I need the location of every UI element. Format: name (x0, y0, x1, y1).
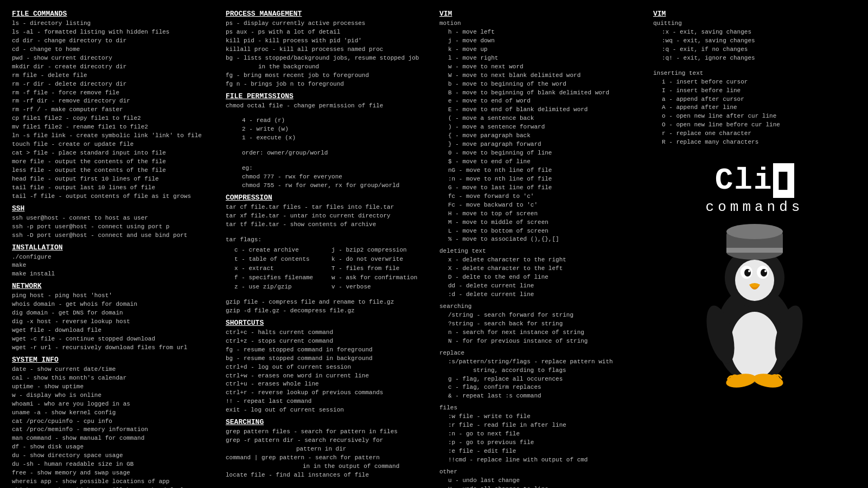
vim-files-section: files :w file - write to file :r file - … (439, 404, 642, 465)
line: U - undo all changes to line (439, 485, 642, 488)
vim-replace-label: replace (439, 349, 642, 358)
vim-motion-label: motion (439, 20, 642, 28)
line: :w file - write to file (439, 413, 642, 421)
line: ssh -D port user@host - connect and use … (12, 232, 215, 240)
line: k - move up (439, 46, 642, 54)
line: j - move down (439, 37, 642, 46)
line: more file - output the contents of the f… (12, 158, 215, 166)
file-permissions-title: FILE PERMISSIONS (226, 92, 429, 100)
line: tar flags: (226, 236, 429, 245)
searching-section: SEARCHING grep pattern files - search fo… (226, 418, 429, 480)
line: mv file1 file2 - rename file1 to file2 (12, 123, 215, 132)
line: cat > file - place standard input into f… (12, 149, 215, 158)
svg-point-8 (748, 270, 750, 272)
line: { - move paragraph back (439, 132, 642, 140)
column-4: VIM quitting :x - exit, saving changes :… (648, 10, 861, 483)
compression-title: COMPRESSION (226, 194, 429, 202)
line: :wq - exit, saving changes (653, 37, 856, 46)
line: ( - move a sentence back (439, 114, 642, 123)
line: fg n - brings job n to foreground (226, 80, 429, 89)
line: gzip file - compress file and rename to … (226, 298, 429, 307)
line: du -sh - human readable size in GB (12, 460, 215, 469)
line: df - show disk usage (12, 443, 215, 452)
line: touch file - create or update file (12, 140, 215, 149)
line: fc - move forward to 'c' (439, 192, 642, 201)
line: x - extract (234, 264, 331, 273)
vim-deleting-label: deleting text (439, 247, 642, 256)
compression-section: COMPRESSION tar cf file.tar files - tar … (226, 194, 429, 316)
line: !!cmd - replace line with output of cmd (439, 456, 642, 465)
line: v - verbose (331, 282, 429, 292)
line: kill pid - kill process with pid 'pid' (226, 37, 429, 46)
line: ssh -p port user@host - connect using po… (12, 223, 215, 232)
line: A - append after line (653, 104, 856, 112)
svg-point-9 (764, 270, 767, 272)
line: a - append after cursor (653, 95, 856, 104)
file-commands-lines: ls - directory listing ls -al - formatte… (12, 20, 215, 201)
line: :x - exit, saving changes (653, 28, 856, 37)
line: cal - show this month's calendar (12, 374, 215, 383)
line: N - for for previous instance of string (439, 337, 642, 346)
line: c - create archive (234, 246, 331, 255)
line: l - move right (439, 54, 642, 63)
line: fg - resume stopped command in foregroun… (226, 346, 429, 355)
line: T - files from file (331, 264, 429, 273)
line: ctrl+u - erases whole line (226, 380, 429, 389)
vim-title-right: VIM (653, 10, 856, 18)
line: less file - output the contents of the f… (12, 166, 215, 175)
process-mgmt-title: PROCESS MANAGEMENT (226, 10, 429, 18)
line: date - show current date/time (12, 365, 215, 374)
line: fg - bring most recent job to foreground (226, 72, 429, 80)
vim-quitting-label: quitting (653, 20, 856, 28)
line: ?string - search back for string (439, 320, 642, 329)
vim-title-left: VIM (439, 10, 642, 18)
line: chmod 755 - rw for owner, rx for group/w… (226, 182, 429, 190)
line: :n - move to nth line of file (439, 175, 642, 184)
line: dd - delete current line (439, 282, 642, 291)
line: Fc - move backward to 'c' (439, 201, 642, 210)
line: in the background (226, 63, 429, 72)
column-1: FILE COMMANDS ls - directory listing ls … (7, 10, 220, 483)
tar-flags-right: j - bzip2 compression k - do not overwri… (331, 246, 429, 292)
line: e - move to end of word (439, 97, 642, 106)
line: tail -f file - output contents of file a… (12, 192, 215, 201)
line: dig domain - get DNS for domain (12, 309, 215, 318)
line: exit - log out of current session (226, 406, 429, 415)
vim-other-section: other u - undo last change U - undo all … (439, 468, 642, 488)
shortcuts-title: SHORTCUTS (226, 319, 429, 327)
line: order: owner/group/world (226, 149, 429, 158)
line: ping host - ping host 'host' (12, 292, 215, 300)
line: mkdir dir - create direcotry dir (12, 63, 215, 72)
line: W - move to next blank delimited word (439, 72, 642, 80)
line: h - move left (439, 28, 642, 37)
line: ssh user@host - connet to host as user (12, 214, 215, 223)
line: whois domain - get whois for domain (12, 300, 215, 309)
line: rm -r dir - delete directory dir (12, 80, 215, 89)
line: tail file - output last 10 lines of file (12, 184, 215, 192)
line: ls - directory listing (12, 20, 215, 28)
line: bg - resume stopped command in backgroun… (226, 355, 429, 363)
main-container: FILE COMMANDS ls - directory listing ls … (0, 0, 868, 488)
line: O - open new line before cur line (653, 121, 856, 130)
line: wget file - download file (12, 326, 215, 335)
line: r - replace one character (653, 130, 856, 138)
line: w - move to next word (439, 63, 642, 72)
vim-searching-label: searching (439, 303, 642, 311)
file-permissions-section: FILE PERMISSIONS chmod octal file - chan… (226, 92, 429, 191)
process-mgmt-section: PROCESS MANAGEMENT ps - display currentl… (226, 10, 429, 89)
line: ) - move a sentence forward (439, 123, 642, 132)
line: cd - change to home (12, 46, 215, 54)
line: M - move to middle of screen (439, 219, 642, 227)
commands-label: commands (706, 199, 804, 215)
line: $ - move to end of line (439, 158, 642, 166)
line: :d - delete current line (439, 291, 642, 299)
line: locate file - find all instances of file (226, 471, 429, 480)
line: uptime - show uptime (12, 383, 215, 391)
line: cat /proc/cpuinfo - cpu info (12, 418, 215, 426)
line: ./configure (12, 253, 215, 262)
svg-rect-17 (726, 248, 783, 253)
line: make (12, 261, 215, 270)
line: tar cf file.tar files - tar files into f… (226, 203, 429, 212)
svg-point-16 (726, 224, 783, 239)
line: w - ask for confirmation (331, 273, 429, 282)
